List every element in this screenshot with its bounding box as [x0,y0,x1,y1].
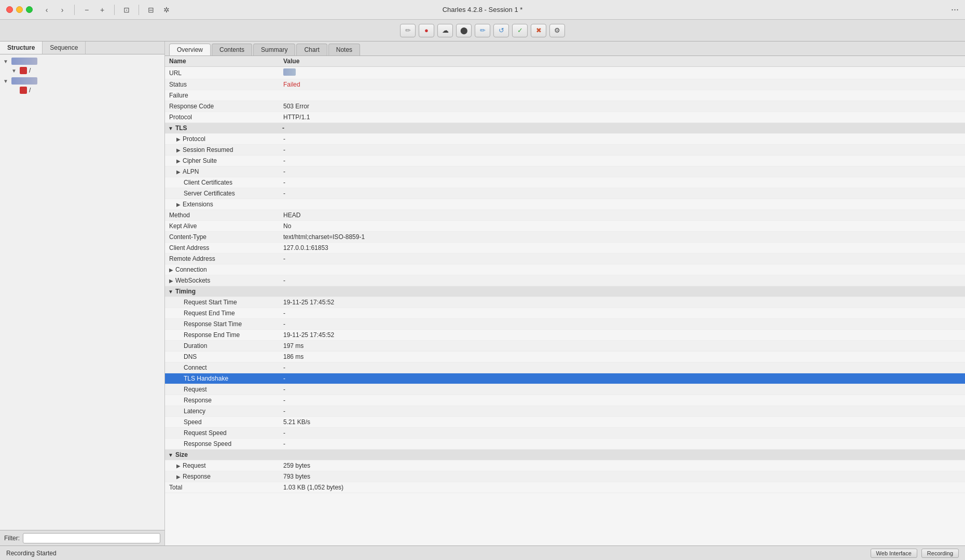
table-row[interactable]: Client Address127.0.0.1:61853 [165,243,965,254]
row-name-label: Protocol [169,114,192,121]
tab-structure[interactable]: Structure [0,41,43,54]
table-row[interactable]: Response Code503 Error [165,101,965,112]
chevron-icon: ▶ [169,267,173,273]
table-row[interactable]: MethodHEAD [165,210,965,221]
table-row[interactable]: ▶WebSockets- [165,275,965,286]
tab-notes[interactable]: Notes [328,44,360,55]
more-button[interactable]: ··· [951,4,959,15]
error-icon [20,87,27,94]
cloud-button[interactable]: ☁ [437,24,453,37]
row-name-label: Remote Address [169,255,215,262]
table-row[interactable]: ▶Cipher Suite- [165,156,965,166]
table-row[interactable]: ▶Session Resumed- [165,145,965,156]
maximize-button[interactable] [26,6,33,13]
table-row[interactable]: ▶Response793 bytes [165,471,965,482]
table-row[interactable]: Request- [165,384,965,395]
chevron-icon [11,88,18,93]
forward-button[interactable]: › [57,4,68,16]
list-item[interactable]: / [0,86,164,95]
table-row[interactable]: ▶Extensions [165,199,965,210]
sidebar-tabs: Structure Sequence [0,41,164,54]
table-row[interactable]: Request Speed- [165,428,965,439]
separator [74,5,75,15]
list-item[interactable]: ▼ / [0,66,164,75]
table-row[interactable]: Kept AliveNo [165,221,965,232]
bookmark-button[interactable]: ⊟ [145,4,157,16]
settings-button[interactable]: ⚙ [549,24,565,37]
row-name-label: Client Address [169,244,209,251]
table-row[interactable]: ProtocolHTTP/1.1 [165,112,965,123]
minimize-button[interactable] [16,6,23,13]
table-row[interactable]: Response- [165,395,965,406]
tab-overview[interactable]: Overview [169,44,211,55]
sidebar: Structure Sequence ▼ ▼ / ▼ / [0,41,165,545]
back-button[interactable]: ‹ [41,4,52,16]
zoom-in-button[interactable]: + [96,4,108,16]
row-name-label: Content-Type [169,233,206,241]
table-row[interactable]: Response Start Time- [165,319,965,330]
table-row[interactable]: DNS186 ms [165,352,965,362]
filter-input[interactable] [23,533,160,543]
clear-button[interactable]: ✖ [531,24,546,37]
check-button[interactable]: ✓ [512,24,528,37]
zoom-out-button[interactable]: − [81,4,92,16]
table-row[interactable]: Server Certificates- [165,188,965,199]
table-row[interactable]: Failure [165,90,965,101]
stop-button[interactable]: ⬤ [456,24,472,37]
table-row[interactable]: Latency- [165,406,965,417]
tab-sequence[interactable]: Sequence [43,41,86,54]
chevron-icon: ▶ [176,136,181,142]
table-row[interactable]: Connect- [165,362,965,373]
table-row[interactable]: StatusFailed [165,79,965,90]
table-row[interactable]: URL [165,67,965,79]
list-item[interactable]: ▼ [0,57,164,66]
edit-button[interactable]: ✏ [475,24,490,37]
table-row[interactable]: ▼Size [165,450,965,460]
record-button[interactable]: ● [419,24,434,37]
list-item[interactable]: ▼ [0,76,164,86]
error-icon [20,67,27,74]
table-row[interactable]: Request Start Time19-11-25 17:45:52 [165,297,965,308]
table-row[interactable]: ▼TLS- [165,123,965,134]
row-name-label: Request [184,386,207,393]
table-row[interactable]: Request End Time- [165,308,965,319]
table-row[interactable]: Remote Address- [165,254,965,264]
table-row[interactable]: Speed5.21 KB/s [165,417,965,428]
row-name-label: Protocol [183,135,205,143]
pen-button[interactable]: ✏ [400,24,416,37]
table-row[interactable]: ▶Connection [165,264,965,275]
table-row[interactable]: ▶Request259 bytes [165,460,965,471]
tree-item-label: / [29,87,31,94]
table-row[interactable]: Response End Time19-11-25 17:45:52 [165,330,965,341]
row-name-label: TLS Handshake [184,375,228,382]
row-name-label: Cipher Suite [183,157,217,164]
table-row[interactable]: Response Speed- [165,439,965,450]
split-button[interactable]: ⊡ [121,4,132,16]
table-row[interactable]: Content-Typetext/html;charset=ISO-8859-1 [165,232,965,243]
table-row[interactable]: ▶ALPN- [165,166,965,177]
section-label: Size [175,451,188,458]
refresh-button[interactable]: ↺ [493,24,509,37]
chevron-icon: ▼ [168,452,173,458]
tab-chart[interactable]: Chart [296,44,327,55]
row-name-label: DNS [184,353,197,360]
recording-button[interactable]: Recording [921,549,959,558]
tab-summary[interactable]: Summary [253,44,295,55]
tab-contents[interactable]: Contents [212,44,252,55]
table-row[interactable]: ▼Timing [165,286,965,297]
table-row[interactable]: Total1.03 KB (1,052 bytes) [165,482,965,493]
web-interface-button[interactable]: Web Interface [871,549,917,558]
col-name: Name [165,56,279,67]
tools-button[interactable]: ✲ [161,4,172,16]
table-row[interactable]: ▶Protocol- [165,134,965,145]
table-row[interactable]: TLS Handshake- [165,373,965,384]
table-row[interactable]: Client Certificates- [165,177,965,188]
row-name-label: Connection [175,266,207,273]
table-row[interactable]: Duration197 ms [165,341,965,352]
row-name-label: Failure [169,92,188,99]
row-name-label: Status [169,81,187,88]
close-button[interactable] [6,6,13,13]
chevron-icon: ▼ [11,68,18,74]
row-name-label: Latency [184,408,205,415]
chevron-icon: ▶ [176,463,181,469]
